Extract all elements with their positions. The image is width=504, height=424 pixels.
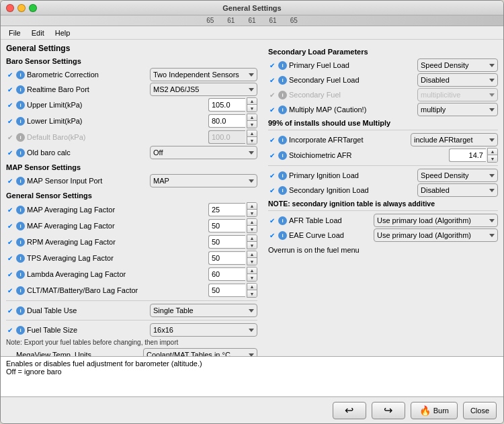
spin-up-lower-limit[interactable]: ▲: [247, 114, 257, 121]
check-secondary-ignition[interactable]: ✔: [268, 186, 276, 194]
spin-down-lower-limit[interactable]: ▼: [247, 121, 257, 128]
info-primary-ignition[interactable]: i: [278, 171, 287, 180]
info-rpm-avg[interactable]: i: [16, 238, 25, 247]
check-tps-avg[interactable]: ✔: [6, 254, 14, 262]
select-secondary-fuel-load[interactable]: Disabled Speed Density Alpha-N: [417, 73, 498, 87]
info-secondary-fuel[interactable]: i: [278, 91, 287, 99]
spin-down-upper-limit[interactable]: ▼: [247, 105, 257, 112]
select-megaview-temp[interactable]: Coolant/MAT Tables in °C Coolant/MAT Tab…: [143, 348, 257, 356]
spin-down-maf-avg[interactable]: ▼: [247, 226, 257, 232]
maximize-button[interactable]: [29, 4, 37, 12]
check-lambda-avg[interactable]: ✔: [6, 270, 14, 278]
close-button[interactable]: Close: [463, 402, 497, 419]
input-upper-limit[interactable]: [208, 98, 245, 112]
check-afr-load[interactable]: ✔: [268, 216, 276, 224]
spin-up-lambda-avg[interactable]: ▲: [247, 267, 257, 274]
spin-up-upper-limit[interactable]: ▲: [247, 98, 257, 105]
check-secondary-fuel[interactable]: ✔: [268, 91, 276, 99]
check-lower-limit[interactable]: ✔: [6, 117, 14, 125]
check-clt-avg[interactable]: ✔: [6, 286, 14, 294]
spin-up-tps-avg[interactable]: ▲: [247, 251, 257, 258]
info-upper-limit[interactable]: i: [16, 101, 25, 110]
info-primary-fuel[interactable]: i: [278, 61, 287, 70]
info-lambda-avg[interactable]: i: [16, 270, 25, 279]
menu-file[interactable]: File: [3, 28, 26, 38]
menu-edit[interactable]: Edit: [26, 28, 50, 38]
select-old-baro[interactable]: Off On: [150, 146, 257, 159]
info-afr-load[interactable]: i: [278, 216, 287, 225]
spin-up-stoich[interactable]: ▲: [488, 149, 497, 155]
select-primary-fuel[interactable]: Speed Density Alpha-N Disabled: [417, 58, 498, 72]
select-barometric[interactable]: Two Independent Sensors Single Sensor No…: [150, 68, 257, 81]
spin-up-maf-avg[interactable]: ▲: [247, 219, 257, 226]
select-realtime-baro[interactable]: MS2 AD6/JS5 MS2 AD7: [150, 83, 257, 96]
info-fuel-table-size[interactable]: i: [16, 326, 25, 335]
select-secondary-fuel[interactable]: multiplicitive additive: [417, 88, 498, 101]
check-map-avg[interactable]: ✔: [6, 206, 14, 214]
select-afr-load[interactable]: Use primary load (Algorithm) Speed Densi…: [374, 214, 498, 227]
info-realtime-baro[interactable]: i: [16, 85, 25, 94]
select-multiply-map[interactable]: multiply don't multiply: [417, 103, 498, 116]
info-barometric[interactable]: i: [16, 71, 25, 79]
info-old-baro[interactable]: i: [16, 149, 25, 157]
check-maf-avg[interactable]: ✔: [6, 222, 14, 230]
info-secondary-ignition[interactable]: i: [278, 186, 287, 195]
select-dual-table[interactable]: Single Table Dual Table: [150, 304, 257, 317]
info-stoich[interactable]: i: [278, 151, 287, 160]
input-default-baro[interactable]: [208, 130, 245, 144]
check-rpm-avg[interactable]: ✔: [6, 238, 14, 246]
input-clt-avg[interactable]: [208, 284, 245, 297]
redo-button[interactable]: ↪: [372, 402, 405, 419]
select-eae-load[interactable]: Use primary load (Algorithm) Speed Densi…: [374, 228, 498, 242]
check-primary-ignition[interactable]: ✔: [268, 171, 276, 179]
burn-button[interactable]: 🔥 Burn: [411, 402, 458, 419]
check-secondary-fuel-load[interactable]: ✔: [268, 76, 276, 84]
info-dual-table[interactable]: i: [16, 306, 25, 315]
spin-down-clt-avg[interactable]: ▼: [247, 290, 257, 297]
info-default-baro[interactable]: i: [16, 133, 25, 142]
input-lambda-avg[interactable]: [208, 267, 245, 281]
check-eae-load[interactable]: ✔: [268, 231, 276, 239]
spin-up-default-baro[interactable]: ▲: [247, 130, 257, 137]
info-secondary-fuel-load[interactable]: i: [278, 76, 287, 85]
info-lower-limit[interactable]: i: [16, 117, 25, 126]
spin-up-rpm-avg[interactable]: ▲: [247, 235, 257, 242]
info-maf-avg[interactable]: i: [16, 222, 25, 230]
info-map-avg[interactable]: i: [16, 206, 25, 214]
info-clt-avg[interactable]: i: [16, 286, 25, 295]
info-eae-load[interactable]: i: [278, 231, 287, 240]
select-map-sensor[interactable]: MAP Other: [150, 174, 257, 187]
check-default-baro[interactable]: ✔: [6, 133, 14, 141]
spin-down-map-avg[interactable]: ▼: [247, 210, 257, 216]
check-multiply-map[interactable]: ✔: [268, 105, 276, 114]
undo-button[interactable]: ↩: [333, 402, 366, 419]
spin-up-clt-avg[interactable]: ▲: [247, 284, 257, 290]
spin-down-tps-avg[interactable]: ▼: [247, 258, 257, 265]
select-primary-ignition[interactable]: Speed Density Alpha-N Disabled: [417, 169, 498, 182]
select-afr-target[interactable]: include AFRtarget exclude AFRtarget: [411, 133, 498, 146]
check-primary-fuel[interactable]: ✔: [268, 61, 276, 69]
input-stoich[interactable]: [449, 149, 486, 162]
input-tps-avg[interactable]: [208, 251, 245, 265]
spin-up-map-avg[interactable]: ▲: [247, 203, 257, 210]
spin-down-rpm-avg[interactable]: ▼: [247, 242, 257, 249]
input-map-avg[interactable]: [208, 203, 245, 216]
close-window-button[interactable]: [6, 4, 14, 12]
check-map-sensor[interactable]: ✔: [6, 177, 14, 185]
spin-down-lambda-avg[interactable]: ▼: [247, 274, 257, 281]
info-tps-avg[interactable]: i: [16, 254, 25, 263]
menu-help[interactable]: Help: [50, 28, 76, 38]
check-old-baro[interactable]: ✔: [6, 149, 14, 157]
input-maf-avg[interactable]: [208, 219, 245, 232]
input-lower-limit[interactable]: [208, 114, 245, 128]
check-fuel-table-size[interactable]: ✔: [6, 326, 14, 334]
info-afr-target[interactable]: i: [278, 136, 287, 144]
check-stoich[interactable]: ✔: [268, 151, 276, 159]
select-secondary-ignition[interactable]: Disabled Speed Density Alpha-N: [417, 183, 498, 197]
check-afr-target[interactable]: ✔: [268, 136, 276, 144]
input-rpm-avg[interactable]: [208, 235, 245, 249]
spin-down-stoich[interactable]: ▼: [488, 155, 497, 162]
select-fuel-table-size[interactable]: 16x16 12x12 8x8: [150, 323, 257, 337]
check-barometric[interactable]: ✔: [6, 71, 14, 79]
check-upper-limit[interactable]: ✔: [6, 101, 14, 109]
